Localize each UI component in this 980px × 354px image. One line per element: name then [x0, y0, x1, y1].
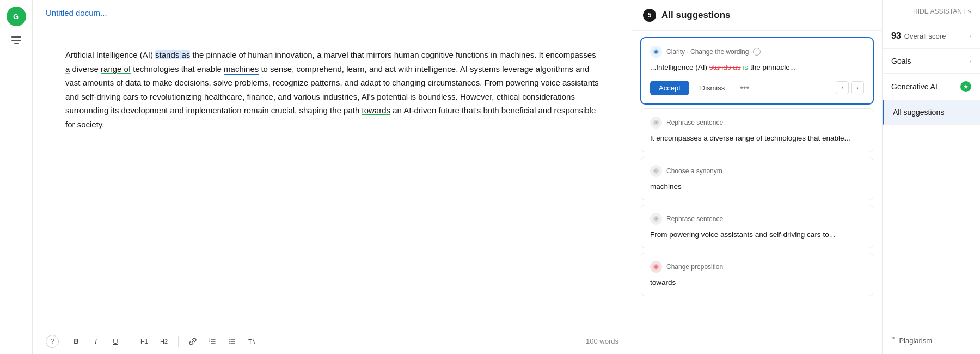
score-label: 93 Overall score: [891, 31, 946, 41]
suggestion-type-label-5: Change preposition: [666, 263, 723, 271]
svg-point-22: [655, 266, 658, 268]
suggestions-list: Clarity · Change the wording i ...Intell…: [632, 31, 882, 354]
underlined-potential: AI's potential is boundless: [362, 92, 456, 101]
suggestion-text-2: It encompasses a diverse range of techno…: [650, 133, 864, 144]
underlined-a: a: [65, 64, 70, 74]
svg-text:≈: ≈: [654, 169, 657, 173]
editor-toolbar: ? B I U H1 H2 123 T 100 words: [33, 328, 632, 354]
plagiarism-label: Plagiarism: [899, 337, 932, 345]
editor-paragraph: Artificial Intelligence (AI) stands as t…: [65, 48, 599, 131]
toolbar-separator-2: [178, 336, 179, 347]
svg-line-14: [253, 340, 255, 344]
generative-ai-label: Generative AI: [891, 82, 938, 91]
goals-item[interactable]: Goals ›: [883, 49, 980, 74]
rephrase-icon-2: [650, 213, 662, 225]
old-word: stands as: [709, 63, 741, 71]
suggestion-card-clarity[interactable]: Clarity · Change the wording i ...Intell…: [641, 38, 873, 104]
suggestions-panel: 5 All suggestions Clarity · Change the w…: [632, 0, 882, 354]
suggestion-type-row-2: Rephrase sentence: [650, 117, 864, 129]
all-suggestions-label: All suggestions: [893, 108, 944, 117]
menu-line-3: [14, 43, 19, 44]
nav-arrows: ‹ ›: [836, 81, 864, 94]
suggestion-actions-1: Accept Dismiss ••• ‹ ›: [650, 80, 864, 96]
svg-point-10: [229, 339, 230, 340]
suggestion-type-label-2: Rephrase sentence: [666, 119, 723, 126]
info-icon-1[interactable]: i: [753, 48, 761, 56]
score-number: 93: [891, 31, 901, 41]
next-suggestion-button[interactable]: ›: [851, 81, 864, 94]
svg-text:3: 3: [209, 342, 211, 345]
overall-score-item[interactable]: 93 Overall score ›: [883, 23, 980, 49]
hide-assistant-button[interactable]: HIDE ASSISTANT »: [883, 0, 980, 23]
new-word: is: [743, 63, 748, 71]
preposition-icon: [650, 261, 662, 273]
underlined-range-of: range of: [101, 64, 131, 74]
svg-point-12: [229, 343, 230, 344]
suggestion-card-rephrase-2[interactable]: Rephrase sentence From powering voice as…: [641, 205, 873, 248]
chevron-right-icon: ›: [969, 33, 971, 39]
underlined-machines: machines: [224, 64, 259, 75]
logo-button[interactable]: G: [7, 7, 26, 26]
score-text: Overall score: [904, 32, 946, 40]
document-title[interactable]: Untitled docum...: [46, 8, 107, 17]
accept-button[interactable]: Accept: [650, 81, 689, 95]
generative-ai-item[interactable]: Generative AI: [883, 74, 980, 100]
italic-button[interactable]: I: [87, 333, 105, 350]
goals-label: Goals: [891, 57, 911, 65]
word-count: 100 words: [586, 337, 618, 345]
bold-button[interactable]: B: [68, 333, 85, 350]
suggestion-text-1: ...Intelligence (AI) stands as is the pi…: [650, 62, 864, 73]
suggestion-card-preposition[interactable]: Change preposition towards: [641, 253, 873, 296]
plagiarism-section[interactable]: " Plagiarism: [883, 327, 980, 354]
h2-button[interactable]: H2: [155, 333, 173, 350]
svg-text:T: T: [248, 338, 253, 346]
editor-area: Untitled docum... Artificial Intelligenc…: [33, 0, 632, 354]
unordered-list-button[interactable]: [223, 333, 241, 350]
svg-point-16: [655, 51, 658, 53]
goals-chevron-icon: ›: [969, 58, 971, 64]
dismiss-button[interactable]: Dismiss: [694, 81, 732, 95]
suggestion-text-3: machines: [650, 181, 864, 192]
suggestion-type-row-5: Change preposition: [650, 261, 864, 273]
prev-suggestion-button[interactable]: ‹: [836, 81, 849, 94]
menu-line-2: [11, 40, 21, 41]
editor-header: Untitled docum...: [33, 0, 632, 26]
svg-point-11: [229, 341, 230, 342]
underline-button[interactable]: U: [107, 333, 124, 350]
plagiarism-icon: ": [891, 335, 895, 346]
suggestions-badge: 5: [643, 9, 656, 22]
underlined-towards: towards: [362, 106, 390, 115]
svg-text:G: G: [13, 13, 19, 21]
rephrase-icon-1: [650, 117, 662, 129]
all-suggestions-item[interactable]: All suggestions: [883, 100, 980, 125]
suggestion-type-row-4: Rephrase sentence: [650, 213, 864, 225]
generative-ai-icon: [960, 81, 971, 92]
suggestion-type-row: Clarity · Change the wording i: [650, 46, 864, 58]
toolbar-separator-1: [130, 336, 130, 347]
suggestion-card-synonym[interactable]: ≈ Choose a synonym machines: [641, 157, 873, 200]
menu-line-1: [11, 36, 21, 38]
suggestion-type-label-1: Clarity · Change the wording: [666, 48, 749, 56]
suggestions-header: 5 All suggestions: [632, 0, 882, 31]
hamburger-menu-button[interactable]: [7, 33, 26, 48]
suggestion-text-5: towards: [650, 277, 864, 288]
clear-format-button[interactable]: T: [243, 333, 260, 350]
more-options-button[interactable]: •••: [736, 80, 754, 96]
help-button[interactable]: ?: [46, 335, 59, 348]
h1-button[interactable]: H1: [136, 333, 153, 350]
suggestion-type-label-3: Choose a synonym: [666, 167, 722, 175]
suggestion-card-rephrase-1[interactable]: Rephrase sentence It encompasses a diver…: [641, 108, 873, 152]
synonym-icon: ≈: [650, 165, 662, 177]
clarity-icon: [650, 46, 662, 58]
suggestion-text-4: From powering voice assistants and self-…: [650, 229, 864, 240]
editor-content[interactable]: Artificial Intelligence (AI) stands as t…: [33, 26, 632, 328]
right-panel: HIDE ASSISTANT » 93 Overall score › Goal…: [882, 0, 980, 354]
link-button[interactable]: [184, 333, 201, 350]
left-sidebar: G: [0, 0, 33, 354]
ordered-list-button[interactable]: 123: [204, 333, 221, 350]
suggestions-title: All suggestions: [661, 10, 731, 21]
suggestion-type-row-3: ≈ Choose a synonym: [650, 165, 864, 177]
suggestion-type-label-4: Rephrase sentence: [666, 215, 723, 223]
highlighted-text: stands as: [155, 50, 190, 59]
